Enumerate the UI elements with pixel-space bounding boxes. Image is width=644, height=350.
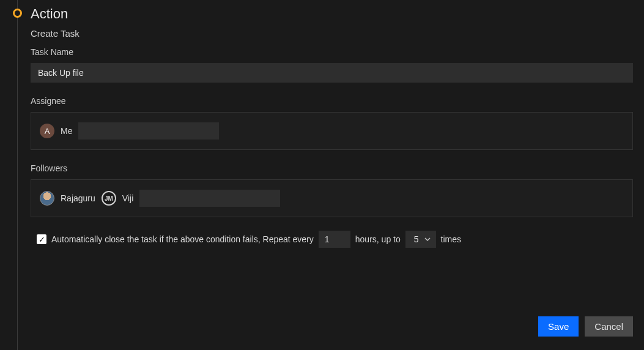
assignee-name: Me bbox=[61, 126, 72, 136]
assignee-label: Assignee bbox=[31, 96, 634, 106]
cancel-button[interactable]: Cancel bbox=[585, 316, 633, 337]
followers-add-input[interactable] bbox=[139, 190, 280, 207]
section-title: Action bbox=[31, 6, 634, 22]
followers-panel: Rajaguru JM Viji bbox=[31, 179, 633, 217]
avatar bbox=[40, 191, 54, 206]
repeat-text-before: Automatically close the task if the abov… bbox=[51, 234, 314, 244]
chevron-down-icon bbox=[424, 236, 431, 243]
assignee-panel: A Me bbox=[31, 112, 633, 150]
section-subtitle: Create Task bbox=[31, 28, 634, 39]
repeat-text-after: times bbox=[441, 234, 461, 244]
timeline-line bbox=[17, 0, 18, 350]
auto-close-checkbox[interactable]: ✓ bbox=[37, 234, 46, 244]
avatar-initials: JM bbox=[105, 195, 113, 202]
footer-buttons: Save Cancel bbox=[538, 316, 633, 337]
follower-name: Rajaguru bbox=[61, 193, 95, 203]
task-name-input[interactable] bbox=[31, 63, 633, 83]
check-icon: ✓ bbox=[39, 236, 45, 244]
task-name-label: Task Name bbox=[31, 47, 634, 57]
save-button[interactable]: Save bbox=[538, 316, 579, 337]
followers-label: Followers bbox=[31, 163, 634, 173]
timeline-dot-icon bbox=[13, 9, 22, 18]
follower-name: Viji bbox=[122, 193, 133, 203]
repeat-hours-input[interactable] bbox=[319, 231, 350, 248]
avatar-letter: A bbox=[45, 127, 50, 136]
repeat-row: ✓ Automatically close the task if the ab… bbox=[31, 231, 634, 248]
repeat-text-mid: hours, up to bbox=[355, 234, 401, 244]
repeat-count-value: 5 bbox=[414, 234, 419, 244]
repeat-count-select[interactable]: 5 bbox=[405, 231, 436, 248]
avatar: A bbox=[40, 124, 54, 138]
avatar: JM bbox=[102, 191, 116, 206]
assignee-add-input[interactable] bbox=[78, 122, 219, 140]
